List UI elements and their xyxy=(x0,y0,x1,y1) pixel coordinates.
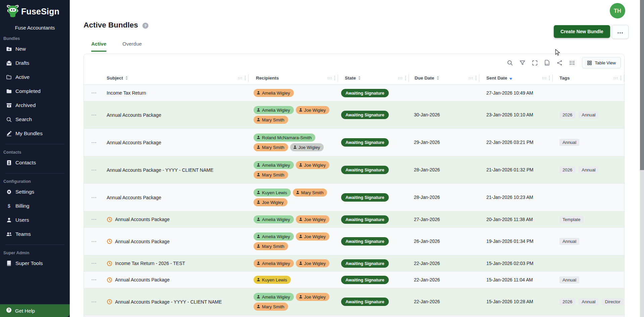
column-handles[interactable] xyxy=(398,75,406,81)
user-avatar[interactable]: TH xyxy=(610,3,625,18)
recipient-chip[interactable]: Joe Wigley xyxy=(296,106,330,114)
table-row[interactable]: Annual Accounts PackageAmelia WigleyJoe … xyxy=(84,101,624,129)
sidebar-item-completed[interactable]: Completed xyxy=(0,84,70,98)
table-row[interactable]: Annual Accounts PackageKuyen LewisMary S… xyxy=(84,184,624,211)
recipient-chip[interactable]: Amelia Wigley xyxy=(254,215,294,223)
state-cell: Awaiting Signature xyxy=(338,184,409,211)
recipient-chip[interactable]: Amelia Wigley xyxy=(254,293,294,301)
row-menu-button[interactable] xyxy=(90,278,98,282)
person-icon xyxy=(257,135,260,140)
row-menu-button[interactable] xyxy=(90,141,98,145)
row-menu-button[interactable] xyxy=(90,91,98,95)
table-row[interactable]: Annual Accounts PackageKuyen LewisAwaiti… xyxy=(84,272,624,288)
vertical-scrollbar[interactable] xyxy=(640,0,644,317)
row-density-button[interactable] xyxy=(567,58,577,67)
column-header-subject[interactable]: Subject xyxy=(104,71,249,85)
export-csv-icon: csv xyxy=(544,59,550,66)
help-icon[interactable]: ? xyxy=(142,22,149,29)
sidebar-item-archived[interactable]: Archived xyxy=(0,98,70,112)
table-view-button[interactable]: Table View xyxy=(582,57,621,68)
row-menu-button[interactable] xyxy=(90,196,98,200)
sidebar-item-super-tools[interactable]: Super Tools xyxy=(0,256,70,270)
sidebar-item-contacts[interactable]: Contacts xyxy=(0,156,70,170)
recipient-chip[interactable]: Joe Wigley xyxy=(296,259,330,267)
table-row[interactable]: Annual Accounts PackageAmelia WigleyJoe … xyxy=(84,228,624,255)
app-logo[interactable]: FuseSign xyxy=(0,0,70,19)
share-button[interactable] xyxy=(555,58,564,67)
recipient-chip[interactable]: Kuyen Lewis xyxy=(254,276,291,284)
recipient-chip[interactable]: Joe Wigley xyxy=(290,143,324,151)
column-header-sent-date[interactable]: Sent Date xyxy=(479,71,553,85)
sidebar-item-new[interactable]: New xyxy=(0,42,70,56)
recipient-chip[interactable]: Joe Wigley xyxy=(296,215,330,223)
column-handles[interactable] xyxy=(613,75,622,81)
recipient-chip[interactable]: Joe Wigley xyxy=(296,232,330,241)
fullscreen-button[interactable] xyxy=(530,58,539,67)
recipient-chip[interactable]: Joe Wigley xyxy=(254,198,287,206)
page-title-row: Active Bundles ? xyxy=(84,21,149,30)
sidebar-item-users[interactable]: Users xyxy=(0,213,70,227)
recipient-chip[interactable]: Joe Wigley xyxy=(296,161,330,169)
row-menu-button[interactable] xyxy=(90,168,98,172)
recipient-chip[interactable]: Joe Wigley xyxy=(296,293,330,301)
column-header-actions xyxy=(84,71,104,85)
table-row[interactable]: Annual Accounts PackageAmelia WigleyJoe … xyxy=(84,211,624,228)
subject-cell: Annual Accounts Package xyxy=(104,272,249,288)
column-handles[interactable] xyxy=(542,75,550,81)
recipient-chip[interactable]: Amelia Wigley xyxy=(254,259,294,267)
get-help-button[interactable]: ? Get Help xyxy=(0,304,70,317)
recipient-chip[interactable]: Roland McNamara-Smith xyxy=(254,134,315,142)
column-handles[interactable] xyxy=(327,75,335,81)
table-row[interactable]: Annual Accounts PackageRoland McNamara-S… xyxy=(84,129,624,156)
sidebar-item-my-bundles[interactable]: My Bundles xyxy=(0,126,70,141)
subject-cell: Annual Accounts Package xyxy=(104,101,249,128)
recipient-chip[interactable]: Amelia Wigley xyxy=(254,89,294,97)
recipient-chip[interactable]: Amelia Wigley xyxy=(254,106,294,114)
sidebar-item-search[interactable]: Search xyxy=(0,112,70,126)
recipient-name: Kuyen Lewis xyxy=(262,190,287,195)
sidebar-item-settings[interactable]: Settings xyxy=(0,185,70,199)
person-icon xyxy=(257,117,260,122)
filter-button[interactable] xyxy=(518,58,527,67)
table-row[interactable]: Annual Accounts Package - YYYY - CLIENT … xyxy=(84,156,624,184)
row-menu-button[interactable] xyxy=(90,217,98,221)
recipient-chip[interactable]: Mary Smith xyxy=(293,189,327,197)
recipient-chip[interactable]: Amelia Wigley xyxy=(254,161,294,169)
row-menu-button[interactable] xyxy=(90,113,98,117)
column-header-due-date[interactable]: Due Date xyxy=(409,71,479,85)
sidebar-item-billing[interactable]: $Billing xyxy=(0,199,70,213)
sidebar-item-drafts[interactable]: Drafts xyxy=(0,56,70,70)
recipient-chip[interactable]: Amelia Wigley xyxy=(254,232,294,241)
sidebar-item-active[interactable]: Active xyxy=(0,70,70,84)
recipient-chip[interactable]: Mary Smith xyxy=(254,116,288,124)
table-row[interactable]: Annual Accounts Package - YYYY - CLIENT … xyxy=(84,288,624,316)
row-menu-button[interactable] xyxy=(90,261,98,265)
tags-cell: Annual xyxy=(553,129,624,156)
column-header-state[interactable]: State xyxy=(338,71,409,85)
row-menu-button[interactable] xyxy=(90,240,98,244)
sidebar-item-label: Archived xyxy=(15,102,36,108)
column-header-tags[interactable]: Tags xyxy=(553,71,624,85)
column-handles[interactable] xyxy=(469,75,477,81)
create-new-bundle-button[interactable]: Create New Bundle xyxy=(554,25,610,38)
table-row[interactable]: Income Tax ReturnAmelia WigleyAwaiting S… xyxy=(84,85,624,101)
recipient-chip[interactable]: Mary Smith xyxy=(254,143,288,151)
search-button[interactable] xyxy=(505,58,515,67)
column-handles[interactable] xyxy=(238,75,246,81)
table-row[interactable]: Income Tax Return - 2026 - TESTAmelia Wi… xyxy=(84,255,624,272)
person-icon xyxy=(257,244,260,249)
export-csv-button[interactable]: csv xyxy=(542,58,552,67)
recipient-chip[interactable]: Mary Smith xyxy=(254,171,288,179)
recipient-chip[interactable]: Mary Smith xyxy=(254,242,288,250)
tab-overdue[interactable]: Overdue xyxy=(122,41,142,52)
tab-active[interactable]: Active xyxy=(91,41,106,52)
row-menu-button[interactable] xyxy=(90,300,98,304)
scrollbar-thumb[interactable] xyxy=(640,0,644,170)
sent-date-cell: 27-Jan-2026 10:49 AM xyxy=(479,85,553,101)
svg-text:csv: csv xyxy=(545,63,548,65)
page-more-button[interactable] xyxy=(612,25,629,39)
recipient-chip[interactable]: Kuyen Lewis xyxy=(254,189,291,197)
sidebar-item-teams[interactable]: Teams xyxy=(0,227,70,241)
recipient-chip[interactable]: Mary Smith xyxy=(254,303,288,311)
column-header-recipients[interactable]: Recipients xyxy=(249,71,338,85)
